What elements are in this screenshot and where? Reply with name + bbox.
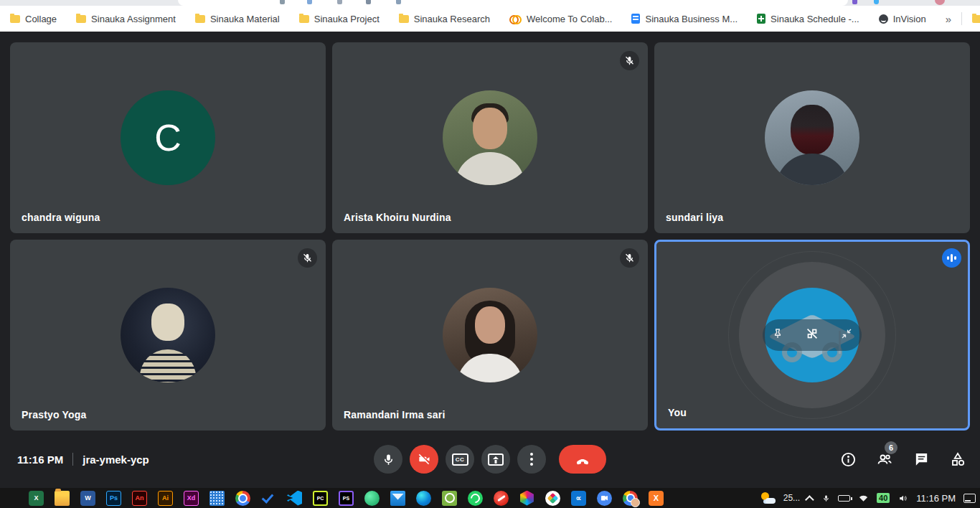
- avatar: C: [121, 90, 215, 185]
- taskbar-icon-pycharm[interactable]: PC: [313, 491, 328, 506]
- bookmark-label: Sinauka Research: [414, 14, 490, 24]
- taskbar-icon-camtasia[interactable]: ∝: [571, 491, 586, 506]
- video-tile-sundari-liya[interactable]: sundari liya: [654, 42, 970, 233]
- more-options-button[interactable]: [517, 445, 546, 474]
- bookmark-label: Collage: [25, 14, 57, 24]
- taskbar-icon-video-app[interactable]: [597, 491, 612, 506]
- bookmark-label: Sinauka Project: [314, 14, 380, 24]
- tray-clock[interactable]: 11:16 PM: [916, 493, 956, 504]
- taskbar-icon-photoshop[interactable]: Ps: [106, 491, 121, 506]
- bookmark-invision[interactable]: InVision: [879, 14, 926, 24]
- bookmark-sinauka-research[interactable]: Sinauka Research: [399, 14, 490, 24]
- profile-avatar-sliver[interactable]: [935, 0, 945, 5]
- present-button[interactable]: [481, 445, 510, 474]
- meeting-details-button[interactable]: [839, 450, 857, 469]
- bookmark-sinauka-material[interactable]: Sinauka Material: [195, 14, 280, 24]
- taskbar-icon-coreldraw[interactable]: [494, 491, 509, 506]
- folder-icon: [972, 15, 980, 23]
- taskbar-icon-excel[interactable]: X: [29, 491, 44, 506]
- chat-button[interactable]: [912, 450, 930, 469]
- tray-mic-icon[interactable]: [822, 493, 830, 504]
- taskbar-icon-edge[interactable]: [416, 491, 431, 506]
- bookmark-sinauka-project[interactable]: Sinauka Project: [299, 14, 380, 24]
- activities-button[interactable]: [948, 450, 967, 469]
- taskbar-icon-whatsapp[interactable]: [468, 491, 483, 506]
- weather-icon[interactable]: [761, 492, 776, 504]
- taskbar-icon-screen-recorder[interactable]: [442, 491, 457, 506]
- action-center-icon[interactable]: [963, 494, 976, 503]
- taskbar-icon-calendar[interactable]: [209, 491, 225, 506]
- meeting-clock: 11:16 PM: [17, 453, 63, 466]
- taskbar-icon-file-explorer[interactable]: [55, 491, 70, 506]
- bookmark-collage[interactable]: Collage: [10, 14, 57, 24]
- video-grid: C chandra wiguna Arista Khoiru Nurdina s…: [10, 42, 970, 431]
- google-docs-icon: [631, 14, 640, 24]
- participant-name: You: [668, 407, 687, 418]
- bookmarks-divider: [961, 12, 962, 25]
- toolbar-icon-sliver: [337, 0, 342, 4]
- mosaic-off-icon[interactable]: [804, 326, 820, 344]
- taskbar-icon-chrome-profile[interactable]: [623, 491, 638, 506]
- captions-button[interactable]: CC: [446, 445, 474, 474]
- avatar-photo: [443, 90, 537, 185]
- participant-name: Prastyo Yoga: [22, 409, 87, 420]
- folder-icon: [195, 15, 205, 23]
- pin-icon[interactable]: [771, 327, 784, 343]
- tray-chevron-up-icon[interactable]: [805, 495, 814, 504]
- bookmark-sinauka-schedule[interactable]: Sinauka Schedule -...: [757, 14, 859, 24]
- browser-toolbar-sliver: [0, 0, 980, 6]
- taskbar-icon-phpstorm[interactable]: PS: [339, 491, 354, 506]
- folder-icon: [76, 15, 86, 23]
- bookmark-sinauka-assignment[interactable]: Sinauka Assignment: [76, 14, 176, 24]
- windows-taskbar: X W Ps An Ai Xd PC PS ∝ X 25... 40 11:16: [0, 488, 980, 508]
- taskbar-icon-illustrator[interactable]: Ai: [158, 491, 173, 506]
- more-options-icon: [530, 453, 533, 466]
- taskbar-icon-slack[interactable]: [545, 491, 560, 506]
- bookmarks-bar: Collage Sinauka Assignment Sinauka Mater…: [0, 6, 980, 32]
- battery-percent-badge[interactable]: 40: [877, 493, 890, 503]
- taskbar-icon-hexagon-app[interactable]: [519, 491, 534, 506]
- taskbar-icon-todo-check[interactable]: [261, 491, 276, 506]
- taskbar-icon-mail[interactable]: [390, 491, 405, 506]
- avatar-initial: C: [154, 116, 182, 159]
- participant-name: Ramandani Irma sari: [344, 409, 446, 420]
- taskbar-icon-adobe-xd[interactable]: Xd: [184, 491, 199, 506]
- bookmarks-overflow-chevron[interactable]: »: [946, 13, 951, 25]
- bookmark-label: InVision: [893, 14, 926, 24]
- taskbar-icon-xampp[interactable]: X: [649, 491, 664, 506]
- bookmark-label: Sinauka Material: [210, 14, 280, 24]
- other-bookmarks[interactable]: Other bookmarks: [972, 14, 980, 24]
- taskbar-icon-android-studio[interactable]: [364, 491, 380, 506]
- weather-temp[interactable]: 25...: [783, 493, 800, 503]
- people-button[interactable]: 6: [875, 450, 894, 469]
- minimize-icon[interactable]: [840, 327, 853, 343]
- video-tile-ramandani[interactable]: Ramandani Irma sari: [332, 240, 648, 431]
- start-button-icon[interactable]: [4, 491, 18, 505]
- video-tile-chandra-wiguna[interactable]: C chandra wiguna: [10, 42, 326, 233]
- mic-button[interactable]: [374, 445, 402, 474]
- video-tile-prastyo-yoga[interactable]: Prastyo Yoga: [10, 240, 326, 431]
- bookmark-sinauka-business[interactable]: Sinauka Business M...: [631, 14, 738, 24]
- speaker-icon[interactable]: [897, 494, 908, 503]
- mic-off-icon: [298, 248, 317, 268]
- participants-badge: 6: [885, 441, 897, 454]
- end-call-button[interactable]: [559, 445, 606, 474]
- meet-stage: C chandra wiguna Arista Khoiru Nurdina s…: [0, 32, 980, 431]
- taskbar-icon-animate[interactable]: An: [132, 491, 147, 506]
- taskbar-icon-word[interactable]: W: [80, 491, 95, 506]
- taskbar-icon-chrome[interactable]: [235, 491, 250, 506]
- address-bar-sliver[interactable]: [178, 0, 848, 6]
- toolbar-icon-sliver: [396, 0, 401, 4]
- extension-icon-sliver: [852, 0, 857, 4]
- invision-icon: [879, 14, 888, 24]
- avatar-photo: [121, 288, 215, 382]
- bookmark-welcome-to-colab[interactable]: Welcome To Colab...: [509, 14, 612, 24]
- video-tile-you[interactable]: You: [654, 240, 970, 431]
- folder-icon: [299, 15, 309, 23]
- camera-off-button[interactable]: [410, 445, 438, 474]
- wifi-icon[interactable]: [858, 494, 869, 502]
- battery-icon[interactable]: [838, 495, 850, 502]
- video-tile-arista[interactable]: Arista Khoiru Nurdina: [332, 42, 648, 233]
- present-icon: [488, 453, 504, 466]
- taskbar-icon-vscode[interactable]: [287, 491, 302, 506]
